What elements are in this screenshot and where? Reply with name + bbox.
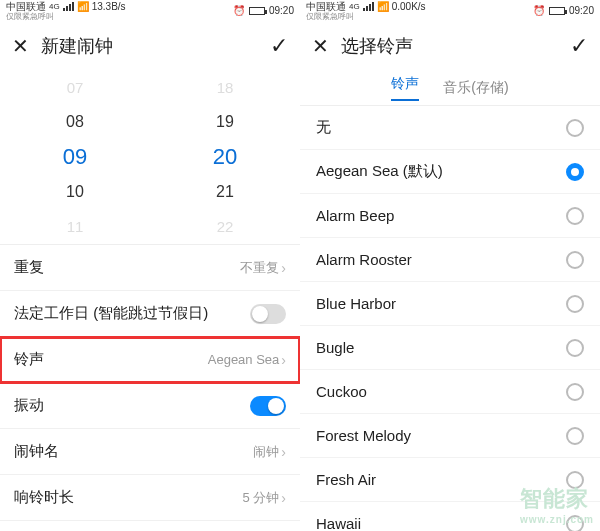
sound-label: Cuckoo (316, 383, 367, 400)
chevron-right-icon: › (281, 444, 286, 460)
radio-icon[interactable] (566, 207, 584, 225)
sound-label: Alarm Beep (316, 207, 394, 224)
battery-icon (249, 7, 265, 15)
picker-item[interactable]: 19 (216, 105, 234, 140)
sound-row[interactable]: 无 (300, 106, 600, 150)
picker-item[interactable]: 07 (67, 70, 84, 105)
radio-icon[interactable] (566, 295, 584, 313)
snooze-row[interactable]: 再响间隔 10 分钟 , 3 次› (0, 521, 300, 531)
vibrate-row[interactable]: 振动 (0, 383, 300, 429)
tabs: 铃声 音乐(存储) (300, 70, 600, 106)
signal-icon (363, 2, 374, 11)
repeat-row[interactable]: 重复 不重复› (0, 245, 300, 291)
signal-icon (63, 2, 74, 11)
sound-row[interactable]: Forest Melody (300, 414, 600, 458)
chevron-right-icon: › (281, 490, 286, 506)
sound-label: Blue Harbor (316, 295, 396, 312)
workday-toggle[interactable] (250, 304, 286, 324)
close-icon[interactable]: ✕ (312, 34, 329, 58)
sound-label: Hawaii (316, 515, 361, 531)
radio-icon[interactable] (566, 383, 584, 401)
clock-time: 09:20 (269, 6, 294, 16)
alarm-icon: ⏰ (533, 6, 545, 16)
wifi-icon: 📶 (377, 2, 389, 12)
tab-music[interactable]: 音乐(存储) (443, 79, 508, 97)
radio-icon[interactable] (566, 471, 584, 489)
vibrate-toggle[interactable] (250, 396, 286, 416)
confirm-icon[interactable]: ✓ (270, 33, 288, 59)
picker-item[interactable]: 11 (67, 209, 84, 244)
radio-icon[interactable] (566, 251, 584, 269)
sound-row[interactable]: Blue Harbor (300, 282, 600, 326)
radio-icon[interactable] (566, 119, 584, 137)
chevron-right-icon: › (281, 260, 286, 276)
titlebar: ✕ 选择铃声 ✓ (300, 22, 600, 70)
carrier: 中国联通 (6, 2, 46, 12)
tab-ringtone[interactable]: 铃声 (391, 75, 419, 101)
picker-item[interactable]: 20 (213, 140, 237, 175)
page-title: 新建闹钟 (41, 34, 113, 58)
sound-label: Aegean Sea (默认) (316, 162, 443, 181)
page-title: 选择铃声 (341, 34, 413, 58)
minute-column[interactable]: 1819202122 (150, 70, 300, 244)
picker-item[interactable]: 10 (66, 174, 84, 209)
status-bar: 中国联通 4G 📶 13.3B/s 仅限紧急呼叫 ⏰ 09:20 (0, 0, 300, 22)
sound-label: Fresh Air (316, 471, 376, 488)
sound-row[interactable]: Cuckoo (300, 370, 600, 414)
sound-row[interactable]: Alarm Rooster (300, 238, 600, 282)
alarm-name-row[interactable]: 闹钟名 闹钟› (0, 429, 300, 475)
picker-item[interactable]: 22 (217, 209, 234, 244)
status-bar: 中国联通 4G 📶 0.00K/s 仅限紧急呼叫 ⏰ 09:20 (300, 0, 600, 22)
picker-item[interactable]: 21 (216, 174, 234, 209)
workday-row[interactable]: 法定工作日 (智能跳过节假日) (0, 291, 300, 337)
chevron-right-icon: › (281, 352, 286, 368)
picker-item[interactable]: 08 (66, 105, 84, 140)
picker-item[interactable]: 09 (63, 140, 87, 175)
sound-row[interactable]: Aegean Sea (默认) (300, 150, 600, 194)
sound-label: Bugle (316, 339, 354, 356)
confirm-icon[interactable]: ✓ (570, 33, 588, 59)
battery-icon (549, 7, 565, 15)
sound-list: 无Aegean Sea (默认)Alarm BeepAlarm RoosterB… (300, 106, 600, 531)
sound-row[interactable]: Alarm Beep (300, 194, 600, 238)
time-picker[interactable]: 0708091011 1819202122 (0, 70, 300, 245)
titlebar: ✕ 新建闹钟 ✓ (0, 22, 300, 70)
settings-list: 重复 不重复› 法定工作日 (智能跳过节假日) 铃声 Aegean Sea› 振… (0, 245, 300, 531)
radio-icon[interactable] (566, 515, 584, 532)
sound-label: 无 (316, 118, 331, 137)
alarm-create-pane: 中国联通 4G 📶 13.3B/s 仅限紧急呼叫 ⏰ 09:20 ✕ 新建闹钟 … (0, 0, 300, 531)
ringtone-row[interactable]: 铃声 Aegean Sea› (0, 337, 300, 383)
sound-row[interactable]: Bugle (300, 326, 600, 370)
sound-row[interactable]: Fresh Air (300, 458, 600, 502)
picker-item[interactable]: 18 (217, 70, 234, 105)
wifi-icon: 📶 (77, 2, 89, 12)
radio-icon[interactable] (566, 427, 584, 445)
radio-icon[interactable] (566, 163, 584, 181)
sound-label: Forest Melody (316, 427, 411, 444)
sound-row[interactable]: Hawaii (300, 502, 600, 531)
sound-label: Alarm Rooster (316, 251, 412, 268)
ringtone-select-pane: 中国联通 4G 📶 0.00K/s 仅限紧急呼叫 ⏰ 09:20 ✕ 选择铃声 … (300, 0, 600, 531)
radio-icon[interactable] (566, 339, 584, 357)
alarm-icon: ⏰ (233, 6, 245, 16)
close-icon[interactable]: ✕ (12, 34, 29, 58)
hour-column[interactable]: 0708091011 (0, 70, 150, 244)
ring-duration-row[interactable]: 响铃时长 5 分钟› (0, 475, 300, 521)
